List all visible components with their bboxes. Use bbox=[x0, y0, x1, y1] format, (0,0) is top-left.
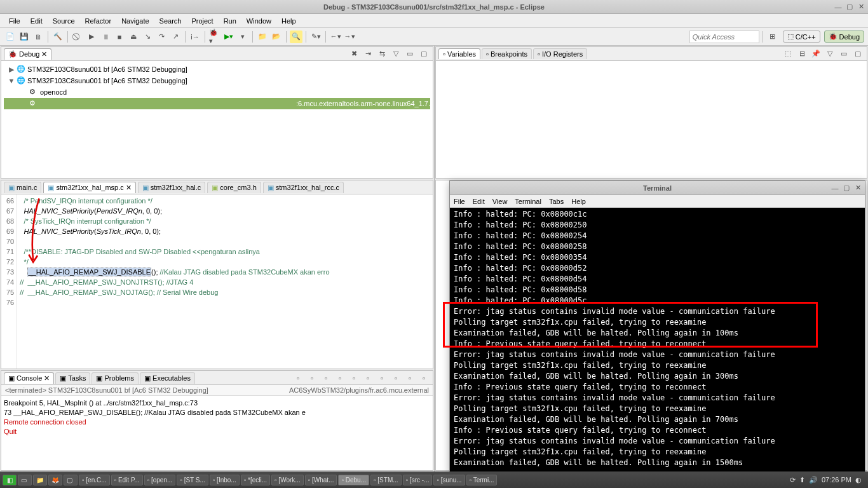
debug-tree-row[interactable]: ⚙ openocd bbox=[4, 86, 430, 98]
vars-tab[interactable]: ▫ Breakpoints bbox=[482, 48, 532, 59]
search-button[interactable]: 🔍 bbox=[290, 30, 302, 43]
console-tab[interactable]: ▣ Executables bbox=[140, 372, 195, 384]
terminal-output[interactable]: Info : halted: PC: 0x08000c1c Info : hal… bbox=[450, 208, 865, 472]
taskbar-item[interactable]: ▫ [STM... bbox=[370, 475, 402, 485]
new-file-button[interactable]: 📁 bbox=[256, 30, 269, 43]
debug-view-remove-button[interactable]: ✖ bbox=[348, 48, 360, 60]
console-clear-button[interactable]: ▫ bbox=[376, 372, 388, 384]
taskbar-item[interactable]: ▫ Debu... bbox=[338, 475, 369, 485]
console-open-button[interactable]: ▫ bbox=[348, 372, 360, 384]
menu-search[interactable]: Search bbox=[154, 16, 187, 26]
save-button[interactable]: 💾 bbox=[18, 30, 31, 43]
menu-file[interactable]: File bbox=[4, 16, 25, 26]
terminal-menu-file[interactable]: File bbox=[454, 198, 465, 205]
run-dropdown-button[interactable]: ▶▾ bbox=[222, 30, 235, 43]
taskbar-item[interactable]: ▫ [open... bbox=[144, 475, 176, 485]
profile-button[interactable]: ▾ bbox=[236, 30, 249, 43]
suspend-button[interactable]: ⏸ bbox=[99, 30, 112, 43]
editor-tab[interactable]: ▣ main.c bbox=[4, 182, 41, 193]
terminate-button[interactable]: ■ bbox=[113, 30, 126, 43]
menu-source[interactable]: Source bbox=[48, 16, 80, 26]
taskbar-item[interactable]: ▫ [src -... bbox=[403, 475, 433, 485]
tray-network-icon[interactable]: ⟳ bbox=[790, 476, 796, 484]
variables-body[interactable] bbox=[436, 61, 867, 178]
editor-tab[interactable]: ▣ core_cm3.h bbox=[207, 182, 261, 193]
editor-tab[interactable]: ▣ stm32f1xx_hal_rcc.c bbox=[263, 182, 344, 193]
editor-tab[interactable]: ▣ stm32f1xx_hal_msp.c ✕ bbox=[43, 182, 135, 193]
terminal-menu-help[interactable]: Help bbox=[571, 198, 586, 205]
show-desktop-button[interactable]: ▭ bbox=[18, 475, 32, 485]
debug-perspective-button[interactable]: 🐞 Debug bbox=[824, 30, 864, 43]
debug-tree-row[interactable]: ▼🌐 STM32F103C8sunu001 bf [Ac6 STM32 Debu… bbox=[4, 75, 430, 86]
terminal-menu-tabs[interactable]: Tabs bbox=[549, 198, 564, 205]
taskbar-item[interactable]: ▫ *[ecli... bbox=[241, 475, 270, 485]
terminal-close-button[interactable]: ✕ bbox=[853, 184, 862, 193]
debug-view-min-button[interactable]: ▭ bbox=[403, 48, 416, 60]
forward-button[interactable]: →▾ bbox=[343, 30, 356, 43]
maximize-button[interactable]: ▢ bbox=[845, 3, 854, 11]
step-return-button[interactable]: ↗ bbox=[169, 30, 182, 43]
taskbar-item[interactable]: ▫ [Inbo... bbox=[210, 475, 240, 485]
vars-menu-button[interactable]: ▽ bbox=[824, 48, 836, 60]
debug-tree[interactable]: ▶🌐 STM32F103C8sunu001 bf [Ac6 STM32 Debu… bbox=[1, 61, 433, 178]
console-remove-all-button[interactable]: ▫ bbox=[306, 372, 318, 384]
vars-max-button[interactable]: ▢ bbox=[851, 48, 864, 60]
disconnect-button[interactable]: ⏏ bbox=[127, 30, 140, 43]
resume-button[interactable]: ▶ bbox=[85, 30, 98, 43]
vars-collapse-button[interactable]: ⊟ bbox=[796, 48, 808, 60]
menu-edit[interactable]: Edit bbox=[25, 16, 48, 26]
console-max-button[interactable]: ▫ bbox=[417, 372, 430, 384]
terminal-menu-view[interactable]: View bbox=[492, 198, 508, 205]
vars-pin-button[interactable]: 📌 bbox=[810, 48, 822, 60]
console-min-button[interactable]: ▫ bbox=[403, 372, 416, 384]
console-output[interactable]: Breakpoint 5, HAL_MspInit () at ../src/s… bbox=[1, 396, 433, 470]
files-button[interactable]: 📁 bbox=[33, 475, 47, 485]
console-tab[interactable]: ▣ Problems bbox=[92, 372, 139, 384]
menu-project[interactable]: Project bbox=[186, 16, 218, 26]
vars-tab[interactable]: ▫ Variables bbox=[438, 48, 480, 59]
vars-tab[interactable]: ▫ I/O Registers bbox=[533, 48, 587, 59]
vars-type-button[interactable]: ⬚ bbox=[782, 48, 794, 60]
taskbar-item[interactable]: ▫ Edit P... bbox=[111, 475, 143, 485]
skip-breakpoints-button[interactable]: ⃠ bbox=[71, 30, 84, 43]
vars-min-button[interactable]: ▭ bbox=[837, 48, 850, 60]
terminal-menu-edit[interactable]: Edit bbox=[473, 198, 485, 205]
debug-tab[interactable]: 🐞 Debug ✕ bbox=[4, 48, 51, 60]
open-perspective-button[interactable]: ⊞ bbox=[766, 30, 779, 43]
tray-volume-icon[interactable]: 🔊 bbox=[809, 476, 818, 484]
console-remove-launch-button[interactable]: ▫ bbox=[292, 372, 304, 384]
menu-navigate[interactable]: Navigate bbox=[116, 16, 154, 26]
debug-view-collapse-button[interactable]: ⇥ bbox=[362, 48, 374, 60]
console-tab[interactable]: ▣ Console ✕ bbox=[4, 372, 54, 384]
taskbar-item[interactable]: ▫ [Work... bbox=[271, 475, 304, 485]
tray-clock[interactable]: 07:26 PM bbox=[822, 476, 851, 484]
console-pin-button[interactable]: ▫ bbox=[320, 372, 332, 384]
taskbar-item[interactable]: ▫ [sunu... bbox=[433, 475, 465, 485]
browser-button[interactable]: 🦊 bbox=[48, 475, 62, 485]
terminal-maximize-button[interactable]: ▢ bbox=[842, 184, 851, 193]
terminal-launcher-button[interactable]: ▢ bbox=[64, 475, 78, 485]
back-button[interactable]: ←▾ bbox=[329, 30, 342, 43]
debug-view-menu-button[interactable]: ▽ bbox=[390, 48, 402, 60]
terminal-minimize-button[interactable]: — bbox=[831, 184, 839, 193]
menu-run[interactable]: Run bbox=[219, 16, 241, 26]
debug-tree-row[interactable]: ⚙ :6.mcu.externaltools.arm-none.linux64_… bbox=[4, 98, 430, 109]
build-button[interactable]: 🔨 bbox=[51, 30, 64, 43]
debug-dropdown-button[interactable]: 🐞▾ bbox=[208, 30, 221, 43]
tray-updates-icon[interactable]: ⬆ bbox=[799, 476, 805, 484]
instruction-step-button[interactable]: i→ bbox=[189, 30, 201, 43]
new-button[interactable]: 📄 bbox=[4, 30, 17, 43]
tray-user-icon[interactable]: ◐ bbox=[855, 476, 862, 484]
toggle-mark-button[interactable]: ✎▾ bbox=[309, 30, 322, 43]
console-menu-button[interactable]: ▫ bbox=[390, 372, 402, 384]
save-all-button[interactable]: 🗎 bbox=[32, 30, 44, 43]
debug-view-link-button[interactable]: ⇆ bbox=[376, 48, 388, 60]
cpp-perspective-button[interactable]: ⬚ C/C++ bbox=[783, 30, 820, 43]
menu-help[interactable]: Help bbox=[276, 16, 301, 26]
terminal-window[interactable]: Terminal — ▢ ✕ FileEditViewTerminalTabsH… bbox=[449, 180, 865, 473]
console-display-button[interactable]: ▫ bbox=[334, 372, 346, 384]
minimize-button[interactable]: — bbox=[834, 3, 843, 11]
new-folder-button[interactable]: 📂 bbox=[270, 30, 283, 43]
debug-view-max-button[interactable]: ▢ bbox=[417, 48, 430, 60]
debug-tree-row[interactable]: ▶🌐 STM32F103C8sunu001 bf [Ac6 STM32 Debu… bbox=[4, 64, 430, 75]
